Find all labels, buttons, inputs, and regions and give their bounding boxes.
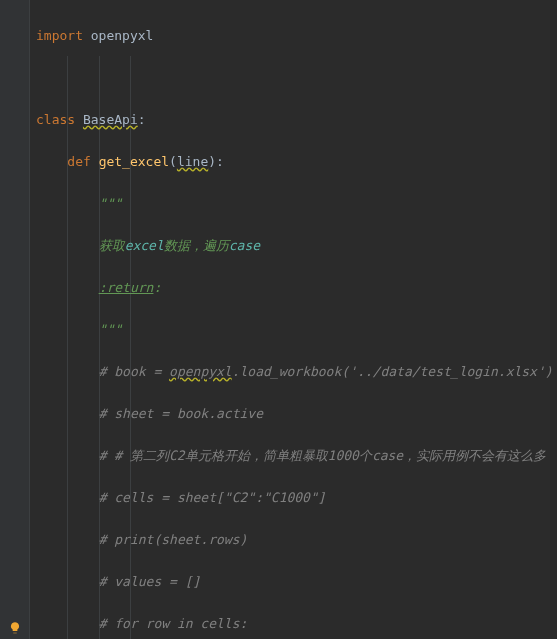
comment-line: # # 第二列C2单元格开始，简单粗暴取1000个case，实际用例不会有这么多 — [99, 448, 547, 463]
lightbulb-icon[interactable] — [8, 621, 22, 635]
docstring-quote: """ — [99, 322, 122, 337]
keyword-def: def — [67, 154, 98, 169]
code-editor[interactable]: import openpyxl class BaseApi: def get_e… — [30, 0, 557, 639]
docstring-tag: :return — [99, 280, 154, 295]
function-name: get_excel — [99, 154, 169, 169]
comment-line: # for row in cells: — [99, 616, 248, 631]
class-name: BaseApi — [83, 112, 138, 127]
docstring-quote: """ — [99, 196, 122, 211]
keyword-import: import — [36, 28, 83, 43]
editor-gutter — [0, 0, 30, 639]
function-param: line — [177, 154, 208, 169]
comment-line: # book = — [99, 364, 169, 379]
module-name: openpyxl — [83, 28, 153, 43]
comment-line: # sheet = book.active — [99, 406, 263, 421]
keyword-class: class — [36, 112, 83, 127]
comment-line: # values = [] — [99, 574, 201, 589]
comment-line: # cells = sheet["C2":"C1000"] — [99, 490, 326, 505]
comment-line: # print(sheet.rows) — [99, 532, 248, 547]
